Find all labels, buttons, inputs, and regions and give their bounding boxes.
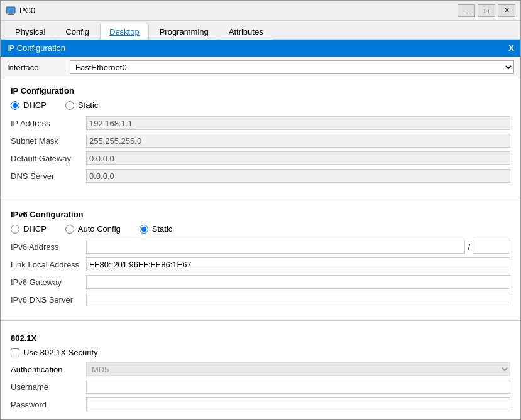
- ipv6-dhcp-option[interactable]: DHCP: [11, 224, 47, 234]
- static-option[interactable]: Static: [65, 100, 99, 110]
- dhcp-label: DHCP: [23, 100, 47, 110]
- authentication-row: Authentication MD5: [11, 362, 510, 376]
- slash-separator: /: [468, 242, 470, 252]
- tab-physical[interactable]: Physical: [6, 24, 55, 40]
- ipv6-dns-row: IPv6 DNS Server: [11, 293, 510, 306]
- ipv6-gateway-row: IPv6 Gateway: [11, 275, 510, 289]
- default-gateway-label: Default Gateway: [11, 154, 86, 163]
- ip-config-close[interactable]: X: [508, 43, 514, 53]
- default-gateway-input[interactable]: [86, 151, 510, 165]
- authentication-label: Authentication: [11, 365, 86, 374]
- password-input[interactable]: [86, 397, 510, 411]
- dns-server-row: DNS Server: [11, 169, 510, 183]
- content-area: IP Configuration X Interface FastEtherne…: [1, 40, 520, 419]
- tabs-bar: Physical Config Desktop Programming Attr…: [1, 21, 520, 40]
- subnet-mask-label: Subnet Mask: [11, 136, 86, 146]
- username-input[interactable]: [86, 380, 510, 394]
- ipv6-auto-option[interactable]: Auto Config: [65, 224, 121, 234]
- use-security-checkbox[interactable]: [11, 348, 19, 357]
- ipv6-address-input[interactable]: [86, 240, 465, 254]
- use-security-label: Use 802.1X Security: [23, 348, 98, 357]
- ipv4-section: IP Configuration DHCP Static IP Address: [1, 78, 520, 191]
- subnet-mask-row: Subnet Mask: [11, 134, 510, 148]
- password-row: Password: [11, 397, 510, 411]
- dns-server-label: DNS Server: [11, 171, 86, 181]
- main-window: PC0 ─ □ ✕ Physical Config Desktop Progra…: [0, 0, 521, 420]
- minimize-button[interactable]: ─: [458, 4, 475, 17]
- password-label: Password: [11, 400, 86, 409]
- app-icon: [6, 6, 16, 16]
- username-row: Username: [11, 380, 510, 394]
- ipv6-address-label: IPv6 Address: [11, 242, 86, 252]
- close-button[interactable]: ✕: [498, 4, 515, 17]
- interface-label: Interface: [7, 63, 70, 72]
- ipv6-static-radio[interactable]: [140, 225, 148, 234]
- dns-server-input[interactable]: [86, 169, 510, 183]
- tab-config[interactable]: Config: [56, 24, 99, 40]
- ipv6-section-title: IPv6 Configuration: [11, 210, 510, 219]
- ipv6-dhcp-radio[interactable]: [11, 225, 19, 234]
- tab-programming[interactable]: Programming: [150, 24, 218, 40]
- ipv6-auto-label: Auto Config: [78, 224, 121, 234]
- ipv6-dns-label: IPv6 DNS Server: [11, 295, 86, 304]
- ipv4-radio-row: DHCP Static: [11, 100, 510, 110]
- username-label: Username: [11, 382, 86, 392]
- ipv6-dhcp-label: DHCP: [23, 224, 47, 234]
- ipv6-auto-radio[interactable]: [65, 225, 74, 234]
- tab-desktop[interactable]: Desktop: [100, 24, 149, 40]
- interface-row: Interface FastEthernet0: [1, 57, 520, 78]
- ip-config-header: IP Configuration X: [1, 40, 520, 57]
- tab-attributes[interactable]: Attributes: [219, 24, 273, 40]
- ip-address-input[interactable]: [86, 116, 510, 130]
- dhcp-radio[interactable]: [11, 101, 19, 110]
- svg-rect-2: [8, 14, 14, 15]
- svg-rect-0: [6, 7, 15, 13]
- ip-address-label: IP Address: [11, 119, 86, 128]
- static-label: Static: [78, 100, 99, 110]
- ipv6-gateway-label: IPv6 Gateway: [11, 277, 86, 287]
- dot1x-section: 802.1X Use 802.1X Security Authenticatio…: [1, 326, 520, 419]
- ipv6-radio-row: DHCP Auto Config Static: [11, 224, 510, 234]
- ipv6-prefix-input[interactable]: [473, 240, 510, 254]
- maximize-button[interactable]: □: [478, 4, 495, 17]
- ipv6-static-label: Static: [152, 224, 173, 234]
- default-gateway-row: Default Gateway: [11, 151, 510, 165]
- ipv6-dns-input[interactable]: [86, 293, 510, 306]
- ipv4-section-title: IP Configuration: [11, 86, 510, 95]
- dhcp-option[interactable]: DHCP: [11, 100, 47, 110]
- link-local-label: Link Local Address: [11, 260, 86, 269]
- subnet-mask-input[interactable]: [86, 134, 510, 148]
- ipv6-gateway-input[interactable]: [86, 275, 510, 289]
- ipv6-section: IPv6 Configuration DHCP Auto Config Stat…: [1, 202, 520, 315]
- ip-address-row: IP Address: [11, 116, 510, 130]
- window-title: PC0: [19, 6, 458, 15]
- link-local-row: Link Local Address: [11, 257, 510, 271]
- dot1x-section-title: 802.1X: [11, 333, 510, 343]
- use-security-row[interactable]: Use 802.1X Security: [11, 348, 510, 357]
- ipv6-static-option[interactable]: Static: [140, 224, 173, 234]
- link-local-input[interactable]: [86, 257, 510, 271]
- title-bar: PC0 ─ □ ✕: [1, 1, 520, 21]
- svg-rect-1: [9, 13, 13, 14]
- authentication-select[interactable]: MD5: [86, 362, 510, 376]
- interface-select[interactable]: FastEthernet0: [70, 60, 514, 74]
- ip-config-title: IP Configuration: [7, 43, 65, 53]
- ipv6-address-row: IPv6 Address /: [11, 240, 510, 254]
- static-radio[interactable]: [65, 101, 74, 110]
- window-controls: ─ □ ✕: [458, 4, 515, 17]
